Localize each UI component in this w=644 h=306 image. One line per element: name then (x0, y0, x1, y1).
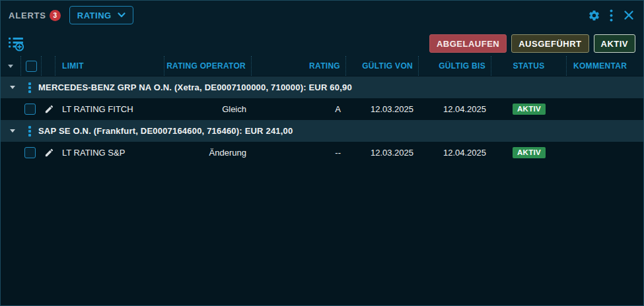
chevron-down-icon (118, 13, 125, 18)
collapse-group-caret[interactable] (10, 86, 15, 89)
table-header: LIMIT RATING OPERATOR RATING GÜLTIG VON … (1, 56, 643, 76)
cell-rating: A (252, 98, 341, 120)
cell-status: AKTIV (491, 142, 567, 164)
group-kebab-menu-icon[interactable] (28, 82, 31, 93)
row-checkbox[interactable] (24, 104, 36, 115)
alert-count-badge: 3 (50, 10, 61, 21)
cell-status: AKTIV (491, 98, 567, 120)
column-header-rating[interactable]: RATING (252, 56, 346, 76)
cell-gueltig-bis: 12.04.2025 (419, 142, 486, 164)
group-kebab-menu-icon[interactable] (28, 126, 31, 137)
add-alert-icon[interactable] (9, 36, 24, 54)
alerts-window: ALERTS 3 RATING (0, 0, 644, 306)
column-header-rating-operator[interactable]: RATING OPERATOR (164, 56, 252, 76)
row-checkbox[interactable] (24, 147, 36, 158)
toolbar: ABGELAUFEN AUSGEFÜHRT AKTIV (1, 30, 643, 56)
collapse-all-caret[interactable] (1, 56, 21, 76)
collapse-group-caret[interactable] (10, 129, 15, 133)
cell-limit: LT RATING S&P (62, 142, 164, 164)
edit-pencil-icon[interactable] (44, 148, 54, 160)
group-row: MERCEDES-BENZ GRP NA O.N. (Xetra, DE0007… (1, 76, 643, 98)
cell-rating-operator: Änderung (164, 142, 246, 164)
cell-limit: LT RATING FITCH (62, 98, 164, 120)
cell-gueltig-von: 12.03.2025 (346, 142, 413, 164)
cell-gueltig-von: 12.03.2025 (346, 98, 413, 120)
cell-rating: -- (252, 142, 341, 164)
rating-view-dropdown-value: RATING (77, 11, 112, 20)
filter-ausgefuehrt-button[interactable]: AUSGEFÜHRT (511, 34, 589, 53)
caret-down-icon (8, 65, 13, 68)
status-filter-group: ABGELAUFEN AUSGEFÜHRT AKTIV (429, 34, 635, 53)
status-badge: AKTIV (513, 147, 546, 159)
column-header-limit[interactable]: LIMIT (55, 56, 164, 76)
column-header-kommentar[interactable]: KOMMENTAR (567, 56, 644, 76)
column-header-gueltig-bis[interactable]: GÜLTIG BIS (419, 56, 491, 76)
column-header-gueltig-von[interactable]: GÜLTIG VON (346, 56, 419, 76)
cell-gueltig-bis: 12.04.2025 (419, 98, 486, 120)
titlebar: ALERTS 3 RATING (1, 1, 643, 30)
select-all-checkbox-cell (21, 56, 42, 76)
cell-kommentar (572, 98, 638, 120)
close-icon[interactable] (624, 10, 634, 20)
rating-view-dropdown[interactable]: RATING (69, 6, 133, 24)
table-row: LT RATING FITCH Gleich A 12.03.2025 12.0… (1, 98, 643, 120)
select-all-checkbox[interactable] (26, 61, 37, 72)
filter-abgelaufen-button[interactable]: ABGELAUFEN (429, 34, 507, 53)
page-title: ALERTS (9, 11, 46, 20)
kebab-menu-icon[interactable] (610, 9, 613, 22)
edit-column-header (42, 56, 55, 76)
group-label: MERCEDES-BENZ GRP NA O.N. (Xetra, DE0007… (38, 76, 352, 98)
filter-aktiv-button[interactable]: AKTIV (594, 34, 636, 53)
cell-kommentar (572, 142, 638, 164)
group-label: SAP SE O.N. (Frankfurt, DE0007164600, 71… (38, 120, 293, 142)
group-row: SAP SE O.N. (Frankfurt, DE0007164600, 71… (1, 120, 643, 142)
gear-icon[interactable] (588, 9, 600, 22)
table-row: LT RATING S&P Änderung -- 12.03.2025 12.… (1, 142, 643, 164)
edit-pencil-icon[interactable] (44, 104, 54, 117)
cell-rating-operator: Gleich (164, 98, 246, 120)
column-header-status[interactable]: STATUS (491, 56, 567, 76)
status-badge: AKTIV (513, 104, 546, 115)
